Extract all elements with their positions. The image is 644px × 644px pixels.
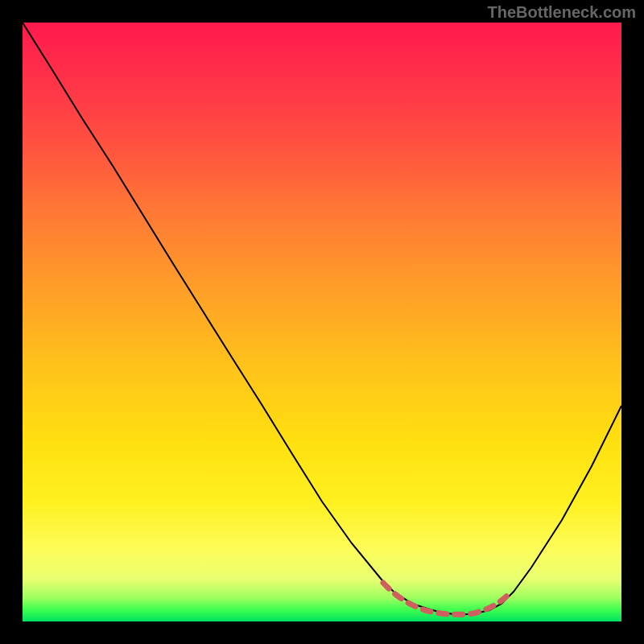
- watermark-text: TheBottleneck.com: [488, 3, 636, 22]
- optimal-range-highlight: [383, 583, 507, 614]
- plot-area: [23, 23, 621, 621]
- curve-svg: [23, 23, 621, 621]
- bottleneck-curve-line: [23, 23, 621, 614]
